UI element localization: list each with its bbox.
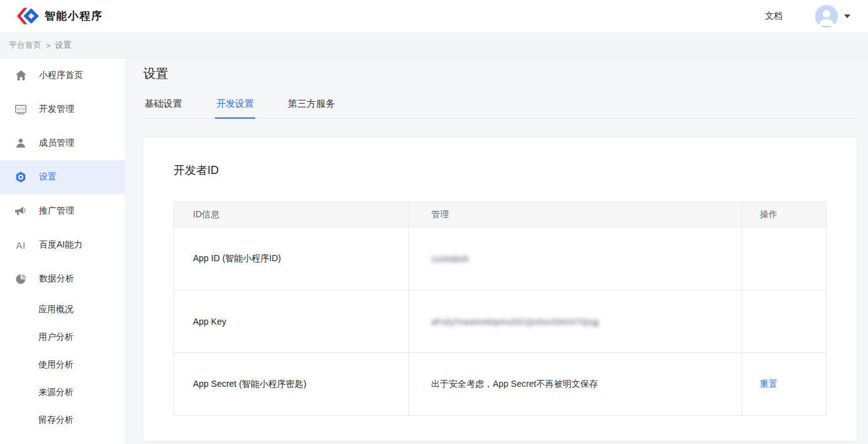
app-key-value: aFsGj7nwshmtGpAs32CQnSxUGKhX7Qsgj xyxy=(409,290,742,353)
tab-basic-settings[interactable]: 基础设置 xyxy=(143,92,184,118)
column-header-actions: 操作 xyxy=(742,202,827,227)
developer-id-heading: 开发者ID xyxy=(173,163,827,178)
page-title: 设置 xyxy=(143,65,857,82)
breadcrumb: 平台首页 > 设置 xyxy=(0,33,868,58)
app-secret-note: 出于安全考虑，App Secret不再被明文保存 xyxy=(409,353,742,416)
sidebar-item-promotion-management[interactable]: 推广管理 xyxy=(0,194,125,228)
ai-icon: AI xyxy=(15,240,26,251)
sidebar-subitem-label: 使用分析 xyxy=(38,359,74,371)
settings-tabs: 基础设置 开发设置 第三方服务 xyxy=(143,92,857,119)
table-row-app-secret: App Secret (智能小程序密匙) 出于安全考虑，App Secret不再… xyxy=(174,353,827,416)
sidebar-item-label: 小程序首页 xyxy=(39,70,83,81)
smart-program-logo-icon xyxy=(17,8,39,24)
sidebar-item-label: 设置 xyxy=(39,171,57,183)
sidebar-subitem-label: 来源分析 xyxy=(38,387,74,398)
sidebar-subitem-retention-analysis[interactable]: 留存分析 xyxy=(0,406,125,434)
sidebar-item-label: 成员管理 xyxy=(39,138,74,149)
table-header-row: ID信息 管理 操作 xyxy=(174,202,827,227)
sidebar-item-data-analysis[interactable]: 数据分析 xyxy=(0,262,125,296)
reset-button[interactable]: 重置 xyxy=(760,379,777,389)
sidebar-item-label: 数据分析 xyxy=(39,273,74,284)
sidebar-item-label: 开发管理 xyxy=(39,104,74,115)
sidebar-item-label: 推广管理 xyxy=(39,205,74,217)
developer-id-table: ID信息 管理 操作 App ID (智能小程序ID) 11443635 xyxy=(173,202,827,416)
sidebar-item-dev-management[interactable]: </> 开发管理 xyxy=(0,92,125,126)
home-icon xyxy=(15,70,26,80)
avatar[interactable] xyxy=(815,5,838,28)
sidebar-item-miniprogram-home[interactable]: 小程序首页 xyxy=(0,58,125,92)
top-header: 智能小程序 文档 xyxy=(0,0,868,33)
pie-chart-icon xyxy=(15,274,26,284)
developer-id-card: 开发者ID ID信息 管理 操作 App ID (智能小程序ID) xyxy=(143,138,857,441)
member-icon xyxy=(15,138,26,148)
app-id-label: App ID (智能小程序ID) xyxy=(174,227,409,290)
sidebar-subitem-source-analysis[interactable]: 来源分析 xyxy=(0,379,125,406)
breadcrumb-separator: > xyxy=(46,41,51,50)
main-content: 设置 基础设置 开发设置 第三方服务 开发者ID ID信息 管理 操作 xyxy=(125,58,868,444)
column-header-management: 管理 xyxy=(409,202,742,227)
sidebar: 小程序首页 </> 开发管理 成员管理 xyxy=(0,58,125,444)
logo-link[interactable]: 智能小程序 xyxy=(17,8,103,24)
sidebar-subitem-label: 用户分析 xyxy=(38,332,74,343)
sidebar-subitem-user-analysis[interactable]: 用户分析 xyxy=(0,323,125,351)
app-secret-action-cell: 重置 xyxy=(742,353,827,416)
docs-link[interactable]: 文档 xyxy=(765,11,783,22)
app-title: 智能小程序 xyxy=(45,9,103,23)
sidebar-subitem-label: 留存分析 xyxy=(38,414,74,426)
app-key-action-cell xyxy=(742,290,827,353)
breadcrumb-platform-home[interactable]: 平台首页 xyxy=(9,40,41,51)
column-header-id-info: ID信息 xyxy=(174,202,409,227)
tab-third-party-services[interactable]: 第三方服务 xyxy=(287,92,336,118)
sidebar-subitem-label: 应用概况 xyxy=(38,304,74,315)
app-id-action-cell xyxy=(742,227,827,290)
code-icon: </> xyxy=(15,105,26,114)
megaphone-icon xyxy=(15,207,26,216)
svg-text:</>: </> xyxy=(16,106,25,112)
table-row-app-id: App ID (智能小程序ID) 11443635 xyxy=(174,227,827,290)
tab-dev-settings[interactable]: 开发设置 xyxy=(215,92,255,118)
sidebar-subitem-usage-analysis[interactable]: 使用分析 xyxy=(0,351,125,379)
sidebar-item-label: 百度AI能力 xyxy=(39,239,82,251)
app-key-label: App Key xyxy=(174,290,409,353)
breadcrumb-settings: 设置 xyxy=(55,40,72,51)
sidebar-item-baidu-ai[interactable]: AI 百度AI能力 xyxy=(0,228,125,262)
account-menu[interactable] xyxy=(815,5,850,28)
sidebar-item-member-management[interactable]: 成员管理 xyxy=(0,126,125,160)
table-row-app-key: App Key aFsGj7nwshmtGpAs32CQnSxUGKhX7Qsg… xyxy=(174,290,827,353)
caret-down-icon[interactable] xyxy=(844,14,850,18)
sidebar-item-settings[interactable]: 设置 xyxy=(0,160,125,194)
app-secret-label: App Secret (智能小程序密匙) xyxy=(174,353,409,416)
sidebar-subitem-app-overview[interactable]: 应用概况 xyxy=(0,296,125,323)
app-id-value: 11443635 xyxy=(409,227,742,290)
settings-icon xyxy=(15,171,26,183)
